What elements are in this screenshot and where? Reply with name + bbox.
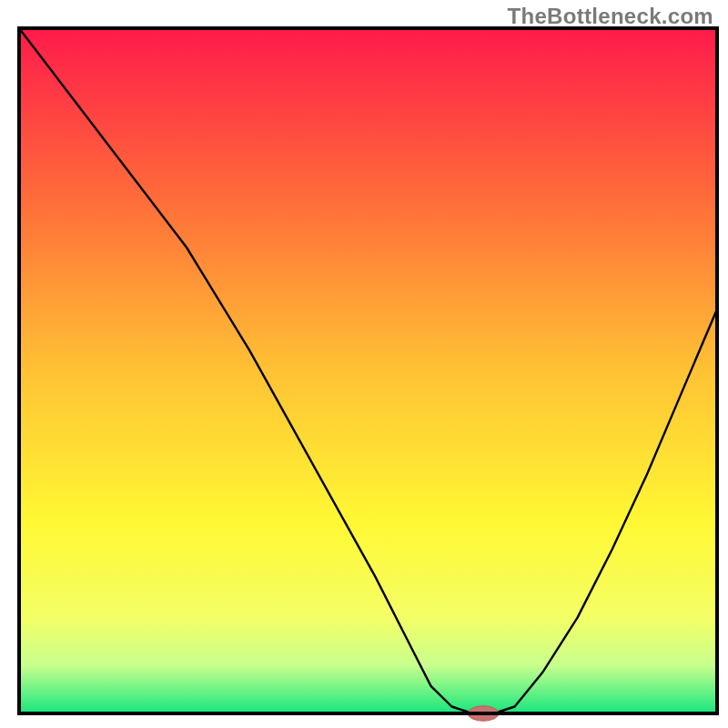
bottleneck-chart bbox=[0, 0, 728, 728]
gradient-background bbox=[19, 28, 717, 713]
plot-area bbox=[19, 28, 717, 721]
watermark-label: TheBottleneck.com bbox=[508, 4, 713, 29]
